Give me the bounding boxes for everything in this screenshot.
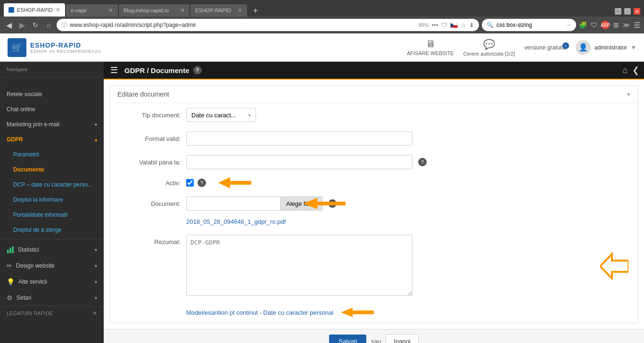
sidebar-item-retele[interactable]: Retele sociale: [0, 87, 104, 102]
security-icon: ⓘ: [61, 21, 67, 29]
search-bar[interactable]: 🔍 →: [482, 19, 576, 31]
afisare-website-button[interactable]: 🖥 AFISARE WEBSITE: [407, 39, 454, 56]
logo-area: 🛒 ESHOP-RAPID ESHOP VA RECOMPENSEAZA: [8, 38, 101, 57]
document-label: Document:: [119, 200, 181, 207]
sidebar-item-dreptul-info[interactable]: Dreptul la informare: [0, 192, 104, 207]
forward-nav-button[interactable]: ▶: [17, 20, 27, 30]
tip-document-dropdown[interactable]: Date cu caract... ▾: [186, 108, 256, 122]
model-link[interactable]: Model/esantion pt continut - Date cu car…: [186, 309, 333, 316]
tab-label: ESHOP-RAPID: [195, 8, 231, 13]
search-arrow-icon[interactable]: →: [566, 22, 571, 28]
form-section-header: Editare document ▾: [110, 86, 638, 103]
chevron-down-icon: ▾: [95, 263, 97, 269]
svg-marker-6: [303, 198, 346, 209]
document-file-text[interactable]: [186, 196, 281, 211]
menu-icon[interactable]: ☰: [634, 21, 640, 30]
activ-help-icon[interactable]: ?: [198, 179, 206, 187]
sidebar-section-setari[interactable]: ⚙ Setari ▾: [0, 290, 104, 306]
user-area[interactable]: 👤 administrator ▼: [576, 40, 636, 55]
sidebar-item-documente[interactable]: Documente: [0, 162, 104, 177]
valabil-help-icon[interactable]: ?: [418, 158, 427, 166]
activ-control: ?: [186, 179, 206, 187]
tab-close-icon[interactable]: ✕: [108, 7, 113, 14]
address-bar[interactable]: ⓘ www.eshop-rapid.ro/admin/script.php?pa…: [57, 19, 479, 31]
close-quick-links-icon[interactable]: ✕: [92, 310, 97, 317]
afisare-label: AFISARE WEBSITE: [407, 50, 454, 56]
rezumat-label: Rezumat:: [119, 238, 181, 245]
sidebar-item-chat[interactable]: Chat online: [0, 102, 104, 117]
back-nav-button[interactable]: ◀: [4, 20, 14, 30]
cerere-autorizata-button[interactable]: 💬 Cerere autorizata [2/2]: [463, 39, 515, 57]
url-text: www.eshop-rapid.ro/admin/script.php?page…: [70, 22, 415, 28]
sidebar-item-dreptul-sterge[interactable]: Dreptul de a sterge: [0, 222, 104, 237]
search-icon: 🔍: [487, 22, 494, 28]
hamburger-button[interactable]: ☰: [104, 65, 124, 75]
new-tab-button[interactable]: +: [250, 5, 261, 16]
sidebar-item-marketing[interactable]: Marketing prin e-mail ▾: [0, 117, 104, 132]
more-icon[interactable]: ≫: [623, 21, 630, 29]
format-valid-input[interactable]: 28.05.2018: [186, 131, 413, 146]
grid-icon[interactable]: ⊞: [613, 21, 619, 29]
bookmark-icon[interactable]: ☆: [461, 22, 466, 29]
version-area: i versiune gratuita: [524, 44, 566, 51]
user-name: administrator: [594, 44, 627, 51]
form-section-title: Editare document: [117, 90, 169, 98]
sidebar-section-alte[interactable]: 💡 Alte servicii ▾: [0, 274, 104, 290]
zoom-level: 90%: [418, 22, 429, 28]
rezumat-row: Rezumat:: [110, 230, 638, 302]
sidebar-item-parametrii[interactable]: Parametrii: [0, 147, 104, 162]
sidebar-item-gdpr[interactable]: GDPR ▴: [0, 132, 104, 147]
version-label: versiune gratuita: [524, 44, 566, 51]
tab-eshop-rapid-1[interactable]: ESHOP-RAPID ✕: [4, 3, 65, 16]
logo-title: ESHOP-RAPID: [30, 41, 101, 49]
header-right: 🖥 AFISARE WEBSITE 💬 Cerere autorizata [2…: [407, 39, 636, 57]
svg-rect-4: [12, 246, 14, 253]
sidebar-item-dcp[interactable]: DCP – date cu caracter perso...: [0, 177, 104, 192]
info-icon[interactable]: i: [562, 42, 569, 49]
svg-rect-3: [9, 248, 11, 253]
adblock-icon[interactable]: ABP: [601, 21, 610, 29]
home-button[interactable]: ⌂: [43, 20, 54, 30]
download-icon[interactable]: ⬇: [469, 22, 474, 29]
content-area: Editare document ▾ Tip document: Date cu…: [104, 80, 644, 343]
search-input[interactable]: [496, 22, 563, 28]
minimize-button[interactable]: ─: [615, 8, 621, 15]
tab-blog[interactable]: Blog.eshop-rapid.ro ✕: [119, 4, 190, 16]
arrow-rezumat-annotation: [600, 252, 628, 280]
form-section-toggle-icon[interactable]: ▾: [627, 90, 630, 98]
tab-eshop-rapid-2[interactable]: ESHOP-RAPID ✕: [190, 4, 247, 16]
extensions-icon[interactable]: 🧩: [579, 21, 587, 29]
document-file-link[interactable]: 2018_05_28_094646_1_gdpr_ro.pdf: [186, 218, 286, 225]
logo-text: ESHOP-RAPID ESHOP VA RECOMPENSEAZA: [30, 41, 101, 54]
tab-close-icon[interactable]: ✕: [180, 7, 185, 14]
tab-label: ESHOP-RAPID: [17, 7, 53, 13]
sidebar-item-portabilitate[interactable]: Portabilitate informatii: [0, 207, 104, 222]
back-nav-icon[interactable]: ❮: [632, 65, 639, 75]
home-nav-icon[interactable]: ⌂: [622, 65, 627, 75]
page-help-icon[interactable]: ?: [193, 66, 202, 74]
valabil-label: Valabil pana la:: [119, 159, 181, 166]
more-options-icon[interactable]: •••: [431, 21, 438, 29]
sidebar-item-label: Documente: [13, 166, 44, 173]
maximize-button[interactable]: [624, 8, 631, 15]
avatar: 👤: [576, 40, 591, 55]
tip-document-row: Tip document: Date cu caract... ▾: [110, 103, 638, 127]
page-title-text: GDPR / Documente: [124, 66, 190, 74]
valabil-control: [186, 155, 413, 169]
back-button[interactable]: Inapoi: [386, 334, 418, 343]
sidebar-section-design[interactable]: ✏ Design website ▾: [0, 258, 104, 274]
sidebar-item-label: GDPR: [7, 136, 91, 143]
reload-button[interactable]: ↻: [30, 20, 41, 30]
tab-close-icon[interactable]: ✕: [56, 7, 60, 13]
tab-evape[interactable]: e-vape ✕: [66, 4, 118, 16]
close-button[interactable]: ✕: [634, 8, 640, 15]
save-button[interactable]: Salvati: [329, 335, 366, 343]
user-dropdown-icon[interactable]: ▼: [631, 44, 636, 51]
tab-close-icon[interactable]: ✕: [238, 7, 242, 14]
rezumat-textarea[interactable]: [186, 235, 413, 296]
sidebar-section-statistici[interactable]: Statistici ▾: [0, 242, 104, 258]
vpn-icon[interactable]: 🛡: [591, 21, 597, 29]
activ-checkbox[interactable]: [186, 179, 194, 187]
valabil-input[interactable]: [186, 155, 413, 169]
sidebar-item-label: DCP – date cu caracter perso...: [13, 181, 92, 188]
